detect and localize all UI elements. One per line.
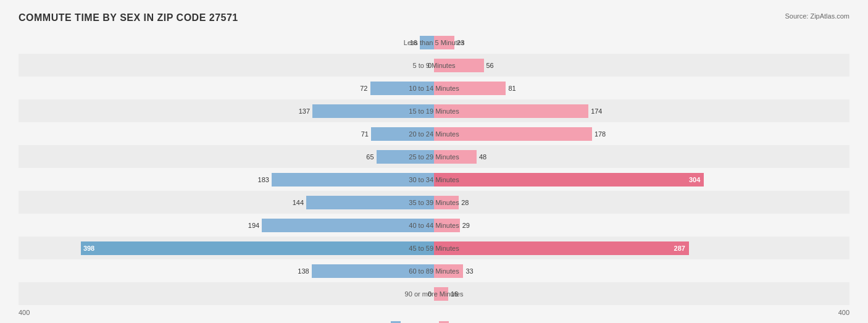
female-bar	[434, 59, 484, 72]
female-bar	[434, 127, 592, 141]
chart-title: COMMUTE TIME BY SEX IN ZIP CODE 27571	[19, 12, 849, 23]
male-value: 72	[360, 85, 367, 92]
bar-row: 25 to 29 Minutes6548	[19, 145, 849, 168]
female-value: 28	[461, 199, 469, 206]
male-value: 398	[83, 245, 94, 252]
bar-row: 35 to 39 Minutes14428	[19, 191, 849, 214]
female-value: 174	[591, 107, 602, 115]
bar-wrapper: 5 to 9 Minutes056	[19, 54, 849, 77]
bar-row: 20 to 24 Minutes71178	[19, 122, 849, 145]
bottom-axis: 400 400	[19, 309, 849, 316]
bar-wrapper: 90 or more Minutes016	[19, 282, 849, 305]
female-value: 33	[465, 267, 473, 275]
bar-row: 45 to 59 Minutes398287	[19, 237, 849, 259]
bottom-right: 400	[838, 309, 849, 316]
female-bar	[434, 264, 463, 278]
bar-row: 90 or more Minutes016	[19, 282, 849, 305]
female-value: 287	[674, 245, 685, 252]
female-value: 178	[595, 130, 606, 138]
bar-row: 10 to 14 Minutes7281	[19, 77, 849, 99]
male-value: 183	[258, 176, 269, 183]
female-bar	[434, 150, 477, 164]
female-value: 304	[689, 176, 701, 183]
bar-row: 30 to 34 Minutes183304	[19, 168, 849, 191]
bar-wrapper: 10 to 14 Minutes7281	[19, 77, 849, 99]
female-value: 81	[508, 85, 515, 92]
male-value: 194	[248, 222, 259, 229]
male-bar	[371, 127, 434, 141]
female-bar	[434, 219, 460, 232]
female-value: 56	[486, 62, 494, 69]
bar-wrapper: 40 to 44 Minutes19429	[19, 214, 849, 237]
male-value: 138	[298, 267, 309, 275]
female-value: 23	[457, 39, 464, 46]
bar-wrapper: 15 to 19 Minutes137174	[19, 99, 849, 122]
bar-wrapper: 60 to 89 Minutes13833	[19, 259, 849, 282]
bar-wrapper: Less than 5 Minutes1623	[19, 31, 849, 54]
female-value: 16	[451, 290, 458, 298]
male-value: 16	[410, 39, 417, 46]
male-bar	[272, 173, 434, 187]
male-bar	[420, 36, 434, 49]
female-bar	[434, 36, 454, 49]
bar-wrapper: 30 to 34 Minutes183304	[19, 168, 849, 191]
bar-wrapper: 20 to 24 Minutes71178	[19, 122, 849, 145]
male-bar	[312, 104, 434, 118]
bar-row: 15 to 19 Minutes137174	[19, 99, 849, 122]
male-value: 137	[299, 107, 310, 115]
bar-row: 5 to 9 Minutes056	[19, 54, 849, 77]
female-bar	[434, 173, 704, 187]
female-bar	[434, 241, 689, 255]
bar-row: Less than 5 Minutes1623	[19, 31, 849, 54]
male-value: 0	[428, 62, 432, 69]
bottom-left: 400	[19, 309, 30, 316]
bar-row: 60 to 89 Minutes13833	[19, 259, 849, 282]
male-value: 65	[366, 153, 373, 161]
source-label: Source: ZipAtlas.com	[785, 12, 849, 20]
male-value: 144	[293, 199, 304, 206]
male-bar	[312, 264, 434, 278]
chart-rows: Less than 5 Minutes16235 to 9 Minutes056…	[19, 31, 849, 305]
male-bar	[306, 196, 434, 209]
female-value: 48	[479, 153, 486, 161]
female-bar	[434, 287, 448, 301]
female-value: 29	[462, 222, 470, 229]
bar-wrapper: 45 to 59 Minutes398287	[19, 237, 849, 259]
female-bar	[434, 196, 459, 209]
male-bar	[81, 241, 434, 255]
bar-wrapper: 35 to 39 Minutes14428	[19, 191, 849, 214]
chart-container: COMMUTE TIME BY SEX IN ZIP CODE 27571 So…	[0, 0, 868, 323]
female-bar	[434, 82, 506, 95]
male-value: 71	[361, 130, 369, 138]
female-bar	[434, 104, 588, 118]
male-bar	[262, 219, 434, 232]
male-value: 0	[428, 290, 432, 298]
male-bar	[370, 82, 435, 95]
male-bar	[377, 150, 434, 164]
bar-row: 40 to 44 Minutes19429	[19, 214, 849, 237]
bar-wrapper: 25 to 29 Minutes6548	[19, 145, 849, 168]
